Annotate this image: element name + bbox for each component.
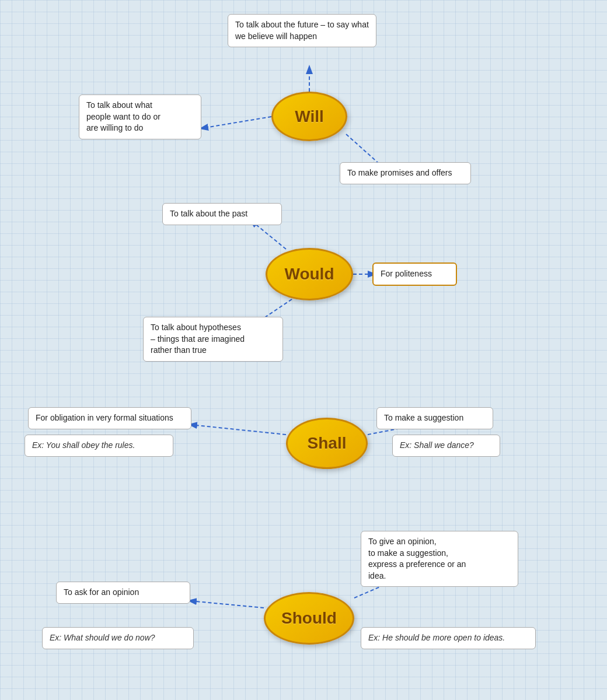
should-node: Should [264,592,354,645]
shall-suggestion-box: To make a suggestion [376,407,493,429]
will-node: Will [271,92,347,141]
main-canvas: Will Would Shall Should To talk about th… [0,0,607,700]
svg-line-9 [190,601,264,608]
will-willing-box: To talk about whatpeople want to do orar… [79,94,201,139]
shall-obligation-example: Ex: You shall obey the rules. [25,435,173,457]
shall-suggestion-example: Ex: Shall we dance? [392,435,500,457]
svg-line-6 [190,425,286,435]
will-future-box: To talk about the future – to say what w… [228,14,376,47]
would-politeness-box: For politeness [372,262,457,286]
should-ask-opinion-box: To ask for an opinion [56,582,190,604]
shall-obligation-box: For obligation in very formal situations [28,407,191,429]
should-give-example: Ex: He should be more open to ideas. [361,627,536,649]
would-hypotheses-box: To talk about hypotheses– things that ar… [143,317,283,362]
would-past-box: To talk about the past [162,203,282,225]
will-promises-box: To make promises and offers [340,162,471,184]
would-node: Would [266,248,353,300]
svg-line-1 [201,117,271,128]
should-give-opinion-box: To give an opinion,to make a suggestion,… [361,531,518,587]
should-ask-example: Ex: What should we do now? [42,627,194,649]
shall-node: Shall [286,418,368,469]
